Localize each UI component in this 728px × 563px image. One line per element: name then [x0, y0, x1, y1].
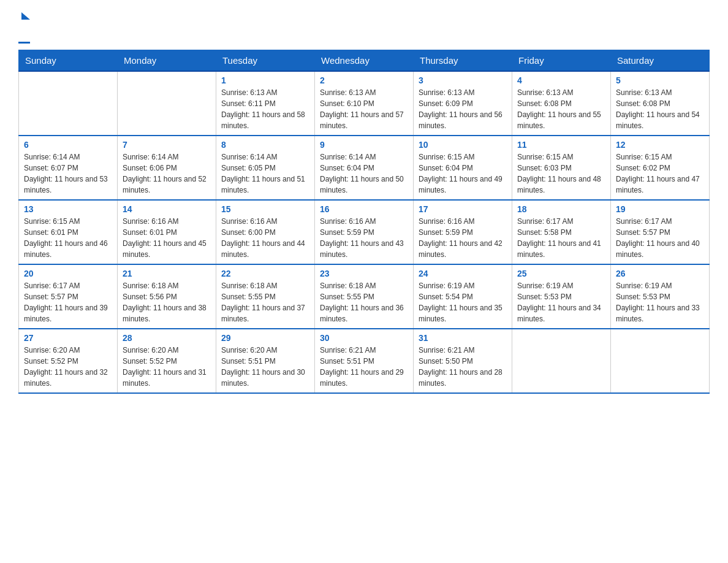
calendar-cell: 7Sunrise: 6:14 AMSunset: 6:06 PMDaylight…: [118, 136, 216, 200]
calendar-cell: 1Sunrise: 6:13 AMSunset: 6:11 PMDaylight…: [216, 71, 315, 136]
day-info: Sunrise: 6:13 AMSunset: 6:08 PMDaylight:…: [517, 87, 605, 131]
day-number: 22: [221, 269, 309, 278]
day-info: Sunrise: 6:19 AMSunset: 5:54 PMDaylight:…: [419, 280, 507, 324]
calendar-cell: 12Sunrise: 6:15 AMSunset: 6:02 PMDayligh…: [611, 136, 710, 200]
day-number: 9: [320, 140, 408, 150]
calendar-cell: [512, 329, 611, 393]
day-info: Sunrise: 6:14 AMSunset: 6:06 PMDaylight:…: [123, 151, 211, 196]
day-info: Sunrise: 6:15 AMSunset: 6:02 PMDaylight:…: [616, 151, 704, 196]
header-saturday: Saturday: [611, 50, 710, 72]
header-wednesday: Wednesday: [315, 50, 414, 72]
week-row-5: 27Sunrise: 6:20 AMSunset: 5:52 PMDayligh…: [19, 329, 710, 393]
day-number: 10: [419, 140, 507, 150]
day-info: Sunrise: 6:17 AMSunset: 5:57 PMDaylight:…: [24, 280, 112, 324]
week-row-4: 20Sunrise: 6:17 AMSunset: 5:57 PMDayligh…: [19, 264, 710, 329]
logo-arrow-icon: [21, 12, 30, 20]
calendar-cell: 26Sunrise: 6:19 AMSunset: 5:53 PMDayligh…: [611, 264, 710, 329]
calendar-cell: 3Sunrise: 6:13 AMSunset: 6:09 PMDaylight…: [414, 71, 512, 136]
calendar-cell: 10Sunrise: 6:15 AMSunset: 6:04 PMDayligh…: [414, 136, 512, 200]
day-info: Sunrise: 6:16 AMSunset: 6:01 PMDaylight:…: [123, 216, 211, 260]
day-info: Sunrise: 6:16 AMSunset: 5:59 PMDaylight:…: [419, 216, 507, 260]
day-number: 17: [419, 204, 507, 214]
day-info: Sunrise: 6:16 AMSunset: 6:00 PMDaylight:…: [221, 216, 309, 260]
day-number: 31: [419, 333, 507, 343]
day-number: 12: [616, 140, 704, 150]
calendar-cell: 23Sunrise: 6:18 AMSunset: 5:55 PMDayligh…: [315, 264, 414, 329]
day-number: 27: [24, 333, 112, 343]
calendar-cell: 17Sunrise: 6:16 AMSunset: 5:59 PMDayligh…: [414, 200, 512, 264]
calendar-cell: 11Sunrise: 6:15 AMSunset: 6:03 PMDayligh…: [512, 136, 611, 200]
calendar-cell: 28Sunrise: 6:20 AMSunset: 5:52 PMDayligh…: [118, 329, 216, 393]
calendar-cell: 27Sunrise: 6:20 AMSunset: 5:52 PMDayligh…: [19, 329, 118, 393]
header-tuesday: Tuesday: [216, 50, 315, 72]
week-row-2: 6Sunrise: 6:14 AMSunset: 6:07 PMDaylight…: [19, 136, 710, 200]
day-info: Sunrise: 6:20 AMSunset: 5:51 PMDaylight:…: [221, 345, 309, 389]
day-info: Sunrise: 6:17 AMSunset: 5:57 PMDaylight:…: [616, 216, 704, 260]
calendar-cell: 31Sunrise: 6:21 AMSunset: 5:50 PMDayligh…: [414, 329, 512, 393]
day-number: 19: [616, 204, 704, 214]
calendar-header-row: SundayMondayTuesdayWednesdayThursdayFrid…: [19, 50, 710, 72]
day-number: 30: [320, 333, 408, 343]
calendar-cell: 24Sunrise: 6:19 AMSunset: 5:54 PMDayligh…: [414, 264, 512, 329]
day-info: Sunrise: 6:15 AMSunset: 6:04 PMDaylight:…: [419, 151, 507, 196]
day-info: Sunrise: 6:15 AMSunset: 6:03 PMDaylight:…: [517, 151, 605, 196]
day-info: Sunrise: 6:21 AMSunset: 5:50 PMDaylight:…: [419, 345, 507, 389]
day-info: Sunrise: 6:16 AMSunset: 5:59 PMDaylight:…: [320, 216, 408, 260]
day-number: 18: [517, 204, 605, 214]
logo-underline: [18, 42, 30, 44]
day-number: 29: [221, 333, 309, 343]
day-info: Sunrise: 6:20 AMSunset: 5:52 PMDaylight:…: [123, 345, 211, 389]
calendar-cell: 19Sunrise: 6:17 AMSunset: 5:57 PMDayligh…: [611, 200, 710, 264]
day-number: 2: [320, 75, 408, 85]
day-number: 16: [320, 204, 408, 214]
calendar-cell: 20Sunrise: 6:17 AMSunset: 5:57 PMDayligh…: [19, 264, 118, 329]
day-number: 21: [123, 269, 211, 278]
day-number: 20: [24, 269, 112, 278]
day-info: Sunrise: 6:14 AMSunset: 6:07 PMDaylight:…: [24, 151, 112, 196]
day-info: Sunrise: 6:13 AMSunset: 6:10 PMDaylight:…: [320, 87, 408, 131]
day-number: 24: [419, 269, 507, 278]
page-header: [18, 12, 710, 44]
day-info: Sunrise: 6:18 AMSunset: 5:55 PMDaylight:…: [221, 280, 309, 324]
day-number: 23: [320, 269, 408, 278]
day-info: Sunrise: 6:21 AMSunset: 5:51 PMDaylight:…: [320, 345, 408, 389]
logo: [18, 12, 30, 44]
day-info: Sunrise: 6:13 AMSunset: 6:08 PMDaylight:…: [616, 87, 704, 131]
day-number: 4: [517, 75, 605, 85]
day-number: 7: [123, 140, 211, 150]
calendar-table: SundayMondayTuesdayWednesdayThursdayFrid…: [18, 50, 710, 394]
day-number: 26: [616, 269, 704, 278]
calendar-cell: 29Sunrise: 6:20 AMSunset: 5:51 PMDayligh…: [216, 329, 315, 393]
calendar-cell: 9Sunrise: 6:14 AMSunset: 6:04 PMDaylight…: [315, 136, 414, 200]
day-number: 13: [24, 204, 112, 214]
calendar-cell: 14Sunrise: 6:16 AMSunset: 6:01 PMDayligh…: [118, 200, 216, 264]
day-number: 25: [517, 269, 605, 278]
calendar-cell: 16Sunrise: 6:16 AMSunset: 5:59 PMDayligh…: [315, 200, 414, 264]
day-number: 3: [419, 75, 507, 85]
calendar-cell: 15Sunrise: 6:16 AMSunset: 6:00 PMDayligh…: [216, 200, 315, 264]
calendar-cell: 13Sunrise: 6:15 AMSunset: 6:01 PMDayligh…: [19, 200, 118, 264]
day-number: 15: [221, 204, 309, 214]
day-number: 8: [221, 140, 309, 150]
calendar-cell: 21Sunrise: 6:18 AMSunset: 5:56 PMDayligh…: [118, 264, 216, 329]
calendar-cell: 22Sunrise: 6:18 AMSunset: 5:55 PMDayligh…: [216, 264, 315, 329]
day-info: Sunrise: 6:20 AMSunset: 5:52 PMDaylight:…: [24, 345, 112, 389]
day-info: Sunrise: 6:15 AMSunset: 6:01 PMDaylight:…: [24, 216, 112, 260]
calendar-cell: 4Sunrise: 6:13 AMSunset: 6:08 PMDaylight…: [512, 71, 611, 136]
day-info: Sunrise: 6:19 AMSunset: 5:53 PMDaylight:…: [616, 280, 704, 324]
day-info: Sunrise: 6:13 AMSunset: 6:09 PMDaylight:…: [419, 87, 507, 131]
day-info: Sunrise: 6:18 AMSunset: 5:55 PMDaylight:…: [320, 280, 408, 324]
calendar-cell: 2Sunrise: 6:13 AMSunset: 6:10 PMDaylight…: [315, 71, 414, 136]
day-number: 14: [123, 204, 211, 214]
calendar-cell: [118, 71, 216, 136]
day-number: 6: [24, 140, 112, 150]
header-thursday: Thursday: [414, 50, 512, 72]
day-info: Sunrise: 6:18 AMSunset: 5:56 PMDaylight:…: [123, 280, 211, 324]
calendar-cell: 5Sunrise: 6:13 AMSunset: 6:08 PMDaylight…: [611, 71, 710, 136]
week-row-1: 1Sunrise: 6:13 AMSunset: 6:11 PMDaylight…: [19, 71, 710, 136]
calendar-cell: 6Sunrise: 6:14 AMSunset: 6:07 PMDaylight…: [19, 136, 118, 200]
day-number: 28: [123, 333, 211, 343]
day-info: Sunrise: 6:17 AMSunset: 5:58 PMDaylight:…: [517, 216, 605, 260]
day-number: 5: [616, 75, 704, 85]
calendar-cell: 25Sunrise: 6:19 AMSunset: 5:53 PMDayligh…: [512, 264, 611, 329]
